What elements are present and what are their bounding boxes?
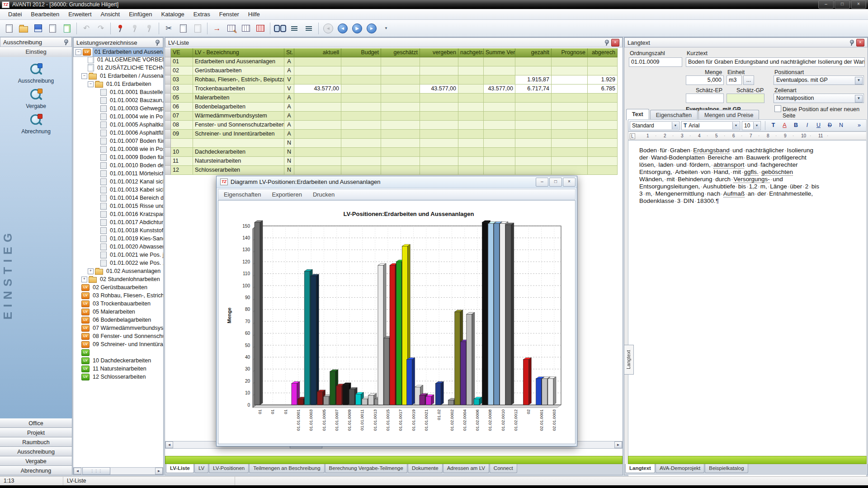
column-header-nachgetragen[interactable]: nachgetragen <box>458 48 484 57</box>
collapse-icon[interactable]: − <box>88 81 94 87</box>
editor-ruler[interactable]: L1·2·3·4·5·6·7·8·9·10·11· <box>628 131 867 140</box>
close-panel-icon[interactable]: × <box>856 39 864 47</box>
column-header-st[interactable]: St. <box>284 48 294 57</box>
column-header-abgerech[interactable]: abgerech <box>588 48 618 57</box>
sidebar-nav-projekt[interactable]: Projekt <box>0 428 72 437</box>
dialog-minimize-button[interactable]: – <box>536 178 548 187</box>
table-row[interactable]: 06BodenbelagarbeitenA <box>165 103 618 112</box>
ordnungszahl-field[interactable]: 01.01.0009 <box>629 57 682 67</box>
row-selector[interactable] <box>165 166 171 175</box>
expand-icon[interactable]: + <box>88 268 94 274</box>
tree-item[interactable]: 01.01.0008 wie in Pos. <box>73 145 163 153</box>
scroll-thumb[interactable]: ⋮⋮⋮ <box>82 467 110 475</box>
tree-item[interactable]: −01.01 Erdarbeiten <box>73 80 163 88</box>
tree-item[interactable]: 01.01.0006 Asphaltfläch <box>73 129 163 137</box>
table-row[interactable]: 03Rohbau, Fliesen-, Estrich-, Beiputzarb… <box>165 75 618 84</box>
table-edit-icon[interactable]: ✎ <box>225 22 238 35</box>
table-red-icon[interactable] <box>254 22 267 35</box>
tree-item[interactable]: LV03 Rohbau, Fliesen-, Estrich-, Be <box>73 291 163 300</box>
tree-item[interactable]: LV10 Dachdeckerarbeiten <box>73 357 163 365</box>
column-header-gezahlt[interactable]: gezahlt <box>515 48 552 57</box>
new-document-icon[interactable] <box>2 22 16 35</box>
kurztext-field[interactable]: Boden für Graben Erdungsband und nachträ… <box>686 57 865 67</box>
format-button-n[interactable]: N <box>836 120 846 131</box>
sidebar-shortcut-abrechnung[interactable]: Abrechnung <box>0 114 72 135</box>
tab-beispielkatalog[interactable]: Beispielkatalog <box>705 464 748 473</box>
tab-lv-liste[interactable]: LV-Liste <box>166 464 194 473</box>
search-icon[interactable] <box>273 22 287 35</box>
tree-item[interactable]: 01.01.0015 Risse und A <box>73 202 163 210</box>
maximize-button[interactable]: □ <box>835 0 850 9</box>
row-selector[interactable] <box>165 75 171 84</box>
tree-item[interactable]: 01.01.0017 Abdichtung E <box>73 218 163 226</box>
menu-extras[interactable]: Extras <box>189 9 215 19</box>
pin-icon[interactable] <box>847 39 854 46</box>
sidebar-shortcut-vergabe[interactable]: Vergabe <box>0 89 72 109</box>
row-selector[interactable] <box>165 66 171 75</box>
tree-item[interactable]: 01.01.0004 wie in Pos. <box>73 113 163 121</box>
row-selector[interactable] <box>165 112 171 121</box>
sort-asc-icon[interactable] <box>288 22 301 35</box>
sidebar-nav-office[interactable]: Office <box>0 418 72 428</box>
tab-ava-demoprojekt[interactable]: AVA-Demoprojekt <box>656 464 704 473</box>
tree-item[interactable]: 01.01.0011 Mörtelsicher <box>73 169 163 178</box>
scroll-right-icon[interactable]: ► <box>155 468 163 474</box>
format-button-u[interactable]: U <box>813 120 824 131</box>
print-preview-icon[interactable] <box>60 22 74 35</box>
insert-position-icon[interactable]: → <box>210 22 224 35</box>
row-selector[interactable] <box>165 84 171 94</box>
tree-item[interactable]: 01.01.0001 Baustelle ei <box>73 88 163 96</box>
row-selector[interactable] <box>165 130 171 139</box>
nav-prev-icon[interactable]: ◄ <box>336 22 349 35</box>
sidebar-nav-raumbuch[interactable]: Raumbuch <box>0 437 72 447</box>
column-header-budget[interactable]: Budget <box>341 48 381 57</box>
table-row[interactable]: 05MalerarbeitenA <box>165 94 618 103</box>
tree-item[interactable]: 01.01.0009 Boden für Gr <box>73 153 163 161</box>
row-selector[interactable] <box>165 121 171 130</box>
tab-lv[interactable]: LV <box>194 464 208 473</box>
langtext-side-tab[interactable]: Langtext <box>624 345 634 375</box>
pin-red-icon[interactable] <box>113 22 127 35</box>
tree-item[interactable]: LV03 Trockenbauarbeiten <box>73 300 163 308</box>
tree-item[interactable]: 01.01.0014 Bereich der <box>73 194 163 202</box>
menge-field[interactable]: 5,000 <box>686 75 724 85</box>
tree-item[interactable]: LV07 Wärmedämmverbundsystem <box>73 324 163 332</box>
tab-dokumente[interactable]: Dokumente <box>408 464 443 473</box>
nav-dropdown-icon[interactable]: ▼ <box>379 22 393 35</box>
table-row[interactable]: 03TrockenbauarbeitenV43.577,0043.577,004… <box>165 84 618 94</box>
tree-item[interactable]: 01.01.0013 Kabel sicher <box>73 186 163 194</box>
format-button-t[interactable]: T <box>768 120 778 131</box>
scroll-left-icon[interactable]: ◄ <box>165 441 173 448</box>
tree-item[interactable]: 01.01.0005 Asphaltkante <box>73 121 163 129</box>
tree-item[interactable]: LV06 Bodenbelagarbeiten <box>73 316 163 324</box>
tree-item[interactable]: −LV01 Erdarbeiten und Aussenanlag <box>73 47 163 57</box>
collapse-icon[interactable]: − <box>75 49 81 55</box>
dialog-menu-eigenschaften[interactable]: Eigenschaften <box>218 190 266 199</box>
dialog-maximize-button[interactable]: □ <box>549 178 562 187</box>
pin-icon[interactable] <box>61 38 69 46</box>
tree-item[interactable]: LV12 Schlosserarbeiten <box>73 373 163 381</box>
menu-datei[interactable]: Datei <box>4 9 26 19</box>
nav-next-icon[interactable]: ► <box>365 22 378 35</box>
menu-bearbeiten[interactable]: Bearbeiten <box>26 9 64 19</box>
langtext-editor[interactable]: Boden·für·Graben·Erdungsband·und·nachträ… <box>628 140 867 488</box>
column-header-vergeben[interactable]: vergeben <box>420 48 458 57</box>
table-row[interactable]: 10DachdeckerarbeitenN <box>165 148 618 157</box>
menu-erweitert[interactable]: Erweitert <box>64 9 96 19</box>
tab-eigenschaften[interactable]: Eigenschaften <box>650 110 698 120</box>
minimize-button[interactable]: – <box>818 0 834 9</box>
tree-item[interactable]: 01.01.0012 Kanal sicher <box>73 178 163 186</box>
copy-icon[interactable] <box>176 22 190 35</box>
collapse-icon[interactable]: − <box>81 73 87 79</box>
table-row[interactable]: 07WärmedämmverbundsystemA <box>165 112 618 121</box>
scroll-right-icon[interactable]: ► <box>614 441 622 448</box>
row-selector[interactable] <box>165 157 171 166</box>
table-row[interactable]: 01Erdarbeiten und AussenanlagenA <box>165 57 618 66</box>
tree-item[interactable]: +02 Stundenlohnarbeiten <box>73 275 163 283</box>
tab-lv-positionen[interactable]: LV-Positionen <box>209 464 249 473</box>
sidebar-nav-ausschreibung[interactable]: Ausschreibung <box>0 447 72 456</box>
table-row[interactable]: 11NatursteinarbeitenN <box>165 157 618 166</box>
table-row[interactable]: 09Schreiner- und InnentürarbeitenA <box>165 130 618 139</box>
format-button-đ[interactable]: Đ <box>825 120 835 131</box>
tree-item[interactable]: 01.01.0022 wie Pos. , je <box>73 259 163 267</box>
